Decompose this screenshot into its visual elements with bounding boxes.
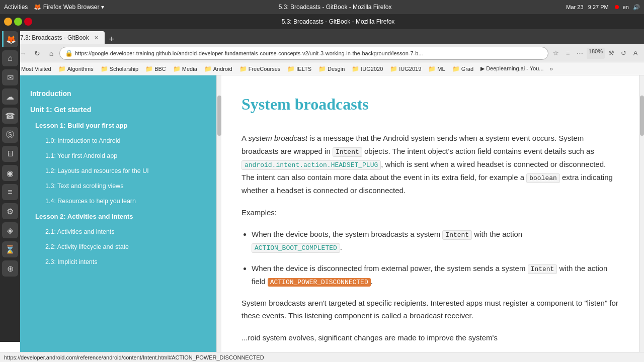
- volume-icon[interactable]: 🔊: [633, 4, 640, 11]
- close-tab-button[interactable]: ✕: [94, 35, 99, 41]
- dock-home[interactable]: ⌂: [2, 50, 18, 66]
- zoom-badge: 180%: [587, 48, 605, 59]
- tab-label: 7.3: Broadcasts - GitBook: [20, 34, 89, 41]
- main-content: System broadcasts A system broadcast is …: [221, 75, 639, 352]
- minimize-button[interactable]: [4, 18, 12, 26]
- reader-mode-icon[interactable]: ≡: [562, 48, 574, 59]
- lock-icon: 🔒: [65, 49, 73, 57]
- recording-indicator: [615, 5, 619, 9]
- dev-tools-icon[interactable]: ⚒: [606, 48, 617, 59]
- new-tab-button[interactable]: +: [107, 34, 117, 44]
- bookmark-ml[interactable]: 📁 ML: [425, 64, 448, 73]
- action-power-disconnected[interactable]: ACTION_POWER_DISCONNECTED: [268, 278, 371, 287]
- sync-icon[interactable]: ↺: [618, 48, 629, 59]
- sidebar-item-lesson1[interactable]: Lesson 1: Build your first app: [20, 118, 216, 133]
- bookmark-freecourses[interactable]: 📁 FreeCourses: [236, 64, 284, 73]
- bullet-item-2: When the device is disconnected from ext…: [252, 262, 619, 288]
- bookmark-grad[interactable]: 📁 Grad: [449, 64, 476, 73]
- sidebar-scroll-thumb[interactable]: [217, 96, 221, 136]
- sidebar-item-unit1[interactable]: Unit 1: Get started: [20, 102, 216, 118]
- sidebar-item-2-1[interactable]: 2.1: Activities and intents: [20, 224, 216, 239]
- refresh-button[interactable]: ↻: [31, 47, 43, 59]
- sidebar-item-lesson2[interactable]: Lesson 2: Activities and intents: [20, 209, 216, 224]
- sidebar-item-1-0[interactable]: 1.0: Introduction to Android: [20, 133, 216, 148]
- sidebar-item-1-4[interactable]: 1.4: Resources to help you learn: [20, 194, 216, 209]
- os-dock: 🦊 ⌂ ✉ ☁ ☎ Ⓢ 🖥 ◉ ≡ ⚙ ◈ ⌛ ⊕: [0, 28, 20, 342]
- bookmark-desgin[interactable]: 📁 Desgin: [315, 64, 348, 73]
- dock-record[interactable]: ◉: [2, 165, 18, 181]
- dock-menu[interactable]: ≡: [2, 184, 18, 200]
- bookmark-media[interactable]: 📁 Media: [170, 64, 200, 73]
- bookmark-bbc[interactable]: 📁 BBC: [142, 64, 169, 73]
- activities-label[interactable]: Activities: [4, 4, 28, 11]
- examples-label: Examples:: [242, 206, 619, 219]
- dock-box[interactable]: ◈: [2, 222, 18, 238]
- os-status-area: Mar 23 9:27 PM en 🔊: [566, 4, 640, 11]
- bullet-item-1: When the device boots, the system broadc…: [252, 228, 619, 254]
- article-para-2: System broadcasts aren't targeted at spe…: [242, 297, 619, 322]
- browser-tabs: 7.3: Broadcasts - GitBook ✕ +: [0, 29, 644, 44]
- dock-cloud[interactable]: ☁: [2, 88, 18, 105]
- date-time: Mar 23 9:27 PM: [566, 4, 608, 10]
- dock-browser[interactable]: 🦊: [2, 31, 18, 47]
- maximize-button[interactable]: [14, 18, 22, 26]
- more-icon[interactable]: ⋯: [575, 48, 586, 59]
- sidebar-item-1-1[interactable]: 1.1: Your first Android app: [20, 148, 216, 163]
- url-text[interactable]: https://google-developer-training.github…: [75, 50, 543, 56]
- sidebar-item-2-2[interactable]: 2.2: Activity lifecycle and state: [20, 239, 216, 254]
- dock-clock[interactable]: ⌛: [2, 241, 18, 257]
- os-topbar: Activities 🦊 Firefox Web Browser ▾ 5.3: …: [0, 0, 644, 14]
- status-bar: https://developer.android.com/reference/…: [0, 352, 644, 362]
- dock-desktop[interactable]: 🖥: [2, 146, 18, 162]
- bookmark-algorithms[interactable]: 📁 Algorithms: [55, 64, 97, 73]
- article-scroll-thumb[interactable]: [640, 96, 644, 136]
- close-button[interactable]: [24, 18, 32, 26]
- window-title: 5.3: Broadcasts - GitBook - Mozilla Fire…: [279, 4, 392, 11]
- examples-list: When the device boots, the system broadc…: [252, 228, 619, 288]
- article-title: System broadcasts: [242, 90, 619, 118]
- browser-titlebar: 5.3: Broadcasts - GitBook - Mozilla Fire…: [0, 14, 644, 29]
- sidebar-item-1-3[interactable]: 1.3: Text and scrolling views: [20, 178, 216, 194]
- bookmark-deeplearning[interactable]: ▶ Deeplearning.ai - You...: [477, 64, 546, 73]
- firefox-label: 🦊 Firefox Web Browser ▾: [34, 4, 104, 11]
- toolbar-icons: ☆ ≡ ⋯ 180% ⚒ ↺ A: [550, 48, 641, 59]
- bookmark-scholarship[interactable]: 📁 Scholarship: [98, 64, 141, 73]
- sidebar-scrollbar[interactable]: [216, 75, 221, 352]
- url-bar[interactable]: 🔒 https://google-developer-training.gith…: [59, 47, 548, 60]
- sidebar-item-1-2[interactable]: 1.2: Layouts and resources for the UI: [20, 163, 216, 178]
- bookmark-iug2020[interactable]: 📁 IUG2020: [349, 64, 386, 73]
- article-para-1: A system broadcast is a message that the…: [242, 132, 619, 197]
- text-size-icon[interactable]: A: [630, 48, 641, 59]
- sidebar: Introduction Unit 1: Get started Lesson …: [20, 75, 216, 352]
- dock-phone[interactable]: ☎: [2, 108, 18, 124]
- dock-add[interactable]: ⊕: [2, 260, 18, 277]
- sidebar-item-2-3[interactable]: 2.3: Implicit intents: [20, 254, 216, 269]
- titlebar-text: 5.3: Broadcasts - GitBook - Mozilla Fire…: [36, 18, 640, 25]
- bookmark-iug2019[interactable]: 📁 IUG2019: [387, 64, 424, 73]
- bookmarks-bar: ★ 📁 Most Visited 📁 Algorithms 📁 Scholars…: [0, 62, 644, 75]
- language-selector[interactable]: en: [623, 4, 629, 10]
- article-para-3-partial: ...roid system evolves, significant chan…: [242, 331, 619, 344]
- bookmark-android[interactable]: 📁 Android: [201, 64, 235, 73]
- home-button[interactable]: ⌂: [45, 47, 57, 59]
- action-boot-completed: ACTION_BOOT_COMPLETED: [252, 243, 340, 253]
- dock-signal[interactable]: Ⓢ: [2, 127, 18, 143]
- browser-toolbar: ← → ↻ ⌂ 🔒 https://google-developer-train…: [0, 44, 644, 62]
- dock-mail[interactable]: ✉: [2, 69, 18, 85]
- sidebar-item-introduction[interactable]: Introduction: [20, 85, 216, 102]
- window-controls[interactable]: [4, 18, 32, 26]
- bookmarks-overflow[interactable]: »: [548, 64, 555, 73]
- bookmark-ielts[interactable]: 📁 IELTS: [284, 64, 314, 73]
- status-url: https://developer.android.com/reference/…: [4, 354, 264, 360]
- bookmark-star-icon[interactable]: ☆: [550, 48, 561, 59]
- dock-settings[interactable]: ⚙: [2, 203, 18, 219]
- article-scrollbar[interactable]: [639, 75, 644, 352]
